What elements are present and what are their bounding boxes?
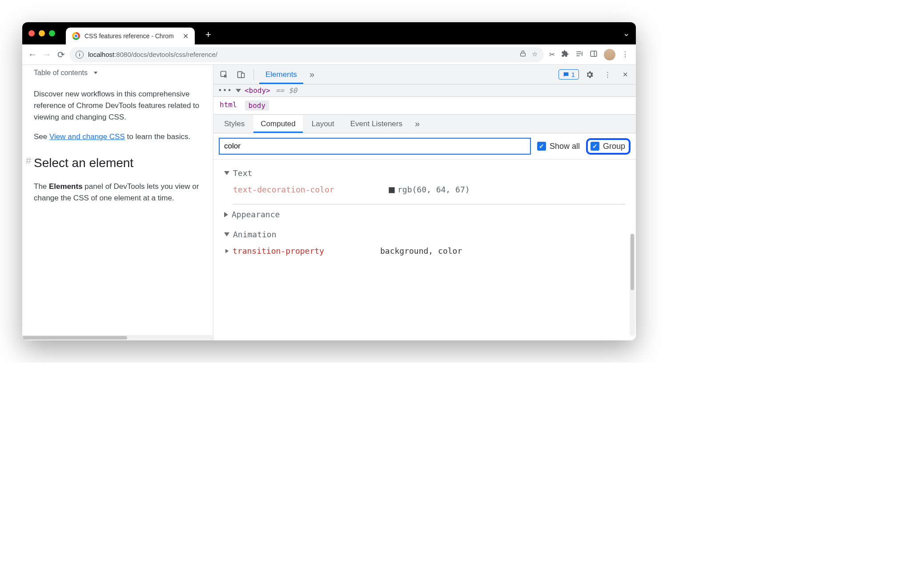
dom-dollar: $0 [289, 86, 297, 95]
breadcrumb-body[interactable]: body [245, 100, 269, 111]
toc-label: Table of contents [34, 68, 88, 79]
triangle-right-icon [224, 212, 228, 217]
filter-input[interactable] [219, 138, 531, 155]
property-value: rgb(60, 64, 67) [389, 185, 470, 194]
property-row[interactable]: transition-property background, color [224, 242, 625, 260]
property-name: transition-property [233, 246, 380, 256]
share-icon[interactable] [519, 50, 526, 59]
minimize-window-button[interactable] [39, 30, 45, 36]
group-animation-header[interactable]: Animation [224, 227, 625, 242]
group-animation: Animation transition-property background… [213, 224, 636, 263]
checkbox-checked-icon: ✓ [591, 142, 599, 151]
group-label: Group [603, 142, 625, 151]
computed-properties: Text text-decoration-color rgb(60, 64, 6… [213, 160, 636, 263]
group-text-header[interactable]: Text [224, 166, 625, 180]
checkbox-checked-icon: ✓ [537, 142, 546, 151]
tab-event-listeners[interactable]: Event Listeners [343, 115, 410, 133]
url-actions: ☆ [519, 50, 538, 59]
side-panel-icon[interactable] [590, 50, 598, 60]
devtools-panel: Elements » 1 ⋮ ✕ ••• <body> [213, 65, 636, 340]
property-value: background, color [380, 246, 462, 256]
browser-actions: ✂ ⋮ [546, 49, 631, 60]
page-content: Table of contents Discover new workflows… [22, 65, 213, 340]
more-tabs-icon[interactable]: » [306, 69, 318, 80]
divider [253, 69, 254, 80]
site-info-icon[interactable]: i [76, 51, 84, 59]
svg-rect-0 [521, 53, 526, 56]
tab-layout[interactable]: Layout [305, 115, 341, 133]
show-all-label: Show all [550, 142, 580, 151]
close-window-button[interactable] [28, 30, 35, 36]
window-titlebar: CSS features reference - Chrom ✕ + ⌄ [22, 22, 636, 44]
maximize-window-button[interactable] [49, 30, 55, 36]
triangle-down-icon [224, 232, 229, 236]
bookmark-icon[interactable]: ☆ [532, 50, 538, 59]
elements-paragraph: The Elements panel of DevTools lets you … [34, 181, 201, 204]
tabs-dropdown-icon[interactable]: ⌄ [623, 28, 630, 38]
group-text: Text text-decoration-color rgb(60, 64, 6… [213, 163, 636, 201]
profile-avatar[interactable] [604, 49, 615, 60]
address-bar[interactable]: i localhost:8080/docs/devtools/css/refer… [69, 47, 544, 62]
back-button[interactable]: ← [27, 49, 38, 60]
vertical-scrollbar[interactable] [630, 234, 635, 336]
chrome-icon [72, 32, 80, 40]
extensions-icon[interactable] [561, 50, 569, 60]
dom-tag: <body> [245, 86, 270, 95]
group-appearance-header[interactable]: Appearance [224, 207, 625, 222]
browser-window: CSS features reference - Chrom ✕ + ⌄ ← →… [22, 22, 636, 340]
property-row[interactable]: text-decoration-color rgb(60, 64, 67) [224, 180, 625, 199]
dom-breadcrumb: html body [213, 97, 636, 115]
ellipsis-icon: ••• [218, 86, 232, 95]
more-subpanel-tabs-icon[interactable]: » [411, 119, 423, 129]
triangle-down-icon [224, 171, 229, 175]
tab-computed[interactable]: Computed [253, 115, 302, 133]
svg-rect-5 [241, 73, 245, 77]
color-swatch-icon[interactable] [389, 187, 395, 193]
dom-equals: == [276, 86, 284, 95]
reading-list-icon[interactable] [575, 50, 583, 60]
table-of-contents-toggle[interactable]: Table of contents [34, 68, 201, 79]
show-all-checkbox[interactable]: ✓ Show all [537, 142, 580, 151]
styles-subpanel-tabs: Styles Computed Layout Event Listeners » [213, 115, 636, 133]
close-tab-icon[interactable]: ✕ [183, 32, 189, 40]
tab-styles[interactable]: Styles [217, 115, 252, 133]
group-animation-label: Animation [233, 230, 277, 239]
view-change-css-link[interactable]: View and change CSS [49, 132, 125, 141]
breadcrumb-html[interactable]: html [220, 100, 237, 111]
computed-filter-row: ✓ Show all ✓ Group [213, 133, 636, 160]
messages-badge[interactable]: 1 [558, 69, 579, 80]
section-heading: #Select an element [34, 153, 201, 172]
group-appearance: Appearance [213, 204, 636, 224]
window-controls [28, 30, 55, 36]
settings-icon[interactable] [583, 68, 597, 82]
group-text-label: Text [233, 168, 252, 178]
dom-selected-row[interactable]: ••• <body> == $0 [213, 84, 636, 97]
url-toolbar: ← → ⟳ i localhost:8080/docs/devtools/css… [22, 44, 636, 65]
content-area: Table of contents Discover new workflows… [22, 65, 636, 340]
anchor-hash-icon[interactable]: # [26, 153, 31, 168]
intro-paragraph: Discover new workflows in this comprehen… [34, 88, 201, 124]
browser-tab[interactable]: CSS features reference - Chrom ✕ [66, 28, 195, 44]
tab-title: CSS features reference - Chrom [84, 32, 178, 40]
new-tab-button[interactable]: + [205, 29, 211, 40]
device-toggle-icon[interactable] [234, 68, 248, 82]
close-devtools-icon[interactable]: ✕ [618, 68, 632, 82]
inspect-element-icon[interactable] [217, 68, 231, 82]
see-paragraph: See View and change CSS to learn the bas… [34, 131, 201, 143]
scissors-icon[interactable]: ✂ [549, 50, 555, 59]
horizontal-scrollbar[interactable] [22, 335, 213, 340]
reload-button[interactable]: ⟳ [55, 49, 67, 60]
group-appearance-label: Appearance [232, 210, 280, 219]
svg-rect-1 [591, 51, 597, 56]
forward-button[interactable]: → [41, 49, 52, 60]
devtools-toolbar: Elements » 1 ⋮ ✕ [213, 65, 636, 84]
kebab-menu-icon[interactable]: ⋮ [600, 68, 615, 82]
tab-elements[interactable]: Elements [259, 65, 303, 84]
property-name: text-decoration-color [233, 185, 389, 194]
url-text: localhost:8080/docs/devtools/css/referen… [88, 51, 217, 58]
expand-triangle-icon[interactable] [236, 89, 241, 92]
chrome-menu-icon[interactable]: ⋮ [622, 50, 629, 59]
messages-count: 1 [571, 71, 575, 78]
triangle-right-icon [225, 249, 229, 253]
group-checkbox[interactable]: ✓ Group [586, 138, 631, 155]
